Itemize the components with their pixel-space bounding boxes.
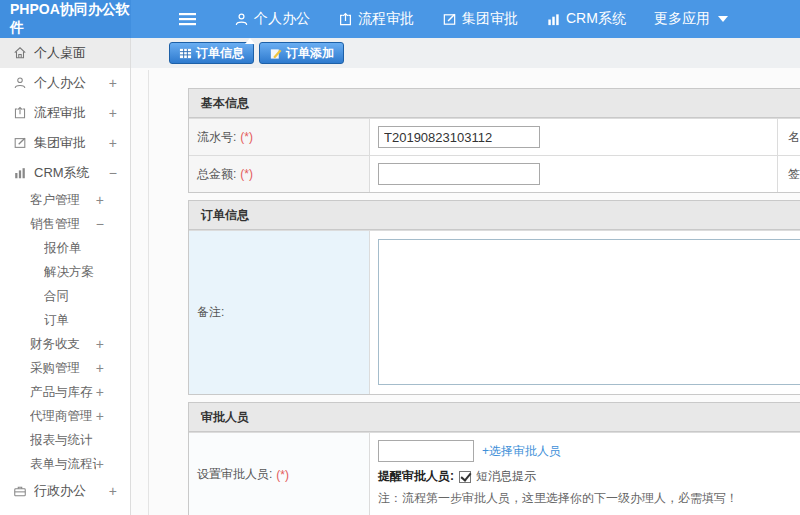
form-row-approver: 设置审批人员: (*) +选择审批人员 提醒审批人员: 短消息提示 注：流程第一… — [189, 432, 800, 515]
sidebar-item-finance[interactable]: 财务收支 + — [0, 332, 130, 356]
hamburger-menu-icon[interactable] — [179, 12, 196, 26]
order-form: 基本信息 流水号: (*) 名 总金额: (*) 签 订单信息 — [188, 88, 800, 515]
expand-plus-icon[interactable]: + — [96, 192, 104, 208]
sidebar-item-desktop[interactable]: 个人桌面 — [0, 38, 130, 68]
workflow-icon — [338, 12, 353, 27]
sidebar-item-personal-office[interactable]: 个人办公 + — [0, 68, 130, 98]
expand-plus-icon[interactable]: + — [96, 336, 104, 352]
sidebar: 个人桌面 个人办公 + 流程审批 + 集团审批 + CRM系统 − 客户管理 +… — [0, 38, 131, 515]
nav-item-workflow-approval[interactable]: 流程审批 — [338, 10, 414, 28]
sms-label: 短消息提示 — [476, 468, 536, 485]
tab-order-add[interactable]: 订单添加 — [259, 42, 344, 64]
sidebar-item-product-inventory[interactable]: 产品与库存 + — [0, 380, 130, 404]
bar-chart-icon — [13, 166, 27, 180]
expand-plus-icon[interactable]: + — [109, 105, 117, 121]
expand-plus-icon[interactable]: + — [96, 360, 104, 376]
sidebar-item-order[interactable]: 订单 — [0, 308, 130, 332]
sidebar-item-label: 集团审批 — [34, 134, 109, 152]
nav-item-personal-office[interactable]: 个人办公 — [234, 10, 310, 28]
sidebar-item-label: 采购管理 — [30, 360, 96, 377]
remark-textarea[interactable] — [378, 239, 800, 385]
edit-icon — [442, 12, 457, 27]
tab-label: 订单添加 — [286, 45, 334, 62]
sidebar-item-contract[interactable]: 合同 — [0, 284, 130, 308]
sidebar-item-solution[interactable]: 解决方案 — [0, 260, 130, 284]
sidebar-item-label: 报表与统计 — [30, 432, 104, 449]
sidebar-item-crm[interactable]: CRM系统 − — [0, 158, 130, 188]
sidebar-item-form-workflow-settings[interactable]: 表单与流程设置 + — [0, 452, 130, 476]
section-title: 订单信息 — [189, 201, 800, 230]
nav-item-label: 流程审批 — [358, 10, 414, 28]
collapse-minus-icon[interactable]: − — [96, 216, 104, 232]
expand-plus-icon[interactable]: + — [96, 384, 104, 400]
form-row-amount: 总金额: (*) 签 — [189, 155, 800, 192]
workflow-icon — [13, 106, 27, 120]
nav-item-label: CRM系统 — [566, 10, 626, 28]
sidebar-item-quotation[interactable]: 报价单 — [0, 236, 130, 260]
user-icon — [13, 76, 27, 90]
top-navbar: PHPOA协同办公软件 个人办公 流程审批 集团审批 CRM系统 — [0, 0, 800, 38]
sidebar-item-label: 流程审批 — [34, 104, 109, 122]
sidebar-item-customer-mgmt[interactable]: 客户管理 + — [0, 188, 130, 212]
expand-plus-icon[interactable]: + — [96, 456, 104, 472]
remark-label: 备注: — [189, 231, 370, 394]
amount-label: 总金额: (*) — [189, 156, 370, 192]
caret-down-icon — [718, 16, 728, 22]
sidebar-item-label: 报价单 — [44, 240, 117, 257]
active-tab-notch — [245, 38, 255, 44]
sidebar-item-label: 个人办公 — [34, 74, 109, 92]
sidebar-item-label: CRM系统 — [34, 164, 109, 182]
user-icon — [234, 12, 249, 27]
form-row-serial: 流水号: (*) 名 — [189, 118, 800, 155]
expand-plus-icon[interactable]: + — [109, 135, 117, 151]
sidebar-item-workflow-approval[interactable]: 流程审批 + — [0, 98, 130, 128]
sidebar-item-reports[interactable]: 报表与统计 — [0, 428, 130, 452]
select-approver-link[interactable]: +选择审批人员 — [482, 443, 561, 460]
panel-divider — [148, 70, 149, 515]
nav-item-label: 个人办公 — [254, 10, 310, 28]
home-icon — [13, 46, 27, 60]
section-title: 基本信息 — [189, 89, 800, 118]
sidebar-item-label: 表单与流程设置 — [30, 456, 96, 473]
amount-input[interactable] — [378, 163, 540, 185]
nav-item-label: 集团审批 — [462, 10, 518, 28]
required-mark: (*) — [276, 468, 289, 482]
tab-label: 订单信息 — [196, 45, 244, 62]
required-mark: (*) — [240, 130, 253, 144]
sidebar-item-label: 合同 — [44, 288, 117, 305]
approver-label: 设置审批人员: (*) — [189, 433, 370, 515]
section-title: 审批人员 — [189, 403, 800, 432]
edit-icon — [13, 136, 27, 150]
tab-order-info[interactable]: 订单信息 — [169, 42, 254, 64]
sidebar-item-admin-office[interactable]: 行政办公 + — [0, 476, 130, 506]
sidebar-item-label: 销售管理 — [30, 216, 96, 233]
sidebar-item-label: 解决方案 — [44, 264, 117, 281]
approver-input[interactable] — [378, 440, 474, 462]
sidebar-item-label: 行政办公 — [34, 482, 109, 500]
sidebar-item-agent-mgmt[interactable]: 代理商管理 + — [0, 404, 130, 428]
expand-plus-icon[interactable]: + — [96, 408, 104, 424]
sidebar-item-sales-mgmt[interactable]: 销售管理 − — [0, 212, 130, 236]
nav-menu: 个人办公 流程审批 集团审批 CRM系统 更多应用 — [234, 10, 728, 28]
required-mark: (*) — [240, 167, 253, 181]
sidebar-item-label: 产品与库存 — [30, 384, 96, 401]
nav-item-crm[interactable]: CRM系统 — [546, 10, 626, 28]
sidebar-item-label: 客户管理 — [30, 192, 96, 209]
form-row-remark: 备注: — [189, 230, 800, 394]
nav-item-label: 更多应用 — [654, 10, 710, 28]
approver-note: 注：流程第一步审批人员，这里选择你的下一级办理人，必需填写！ — [378, 490, 800, 507]
collapse-minus-icon[interactable]: − — [109, 165, 117, 181]
bar-chart-icon — [546, 12, 561, 27]
serial-label: 流水号: (*) — [189, 119, 370, 155]
serial-input[interactable] — [378, 126, 540, 148]
sms-checkbox[interactable] — [459, 471, 471, 483]
expand-plus-icon[interactable]: + — [109, 483, 117, 499]
remind-label: 提醒审批人员: — [378, 468, 454, 485]
nav-item-group-approval[interactable]: 集团审批 — [442, 10, 518, 28]
sidebar-item-label: 财务收支 — [30, 336, 96, 353]
section-order-info: 订单信息 备注: — [188, 200, 800, 395]
sidebar-item-purchase[interactable]: 采购管理 + — [0, 356, 130, 380]
nav-item-more-apps[interactable]: 更多应用 — [654, 10, 728, 28]
expand-plus-icon[interactable]: + — [109, 75, 117, 91]
sidebar-item-group-approval[interactable]: 集团审批 + — [0, 128, 130, 158]
